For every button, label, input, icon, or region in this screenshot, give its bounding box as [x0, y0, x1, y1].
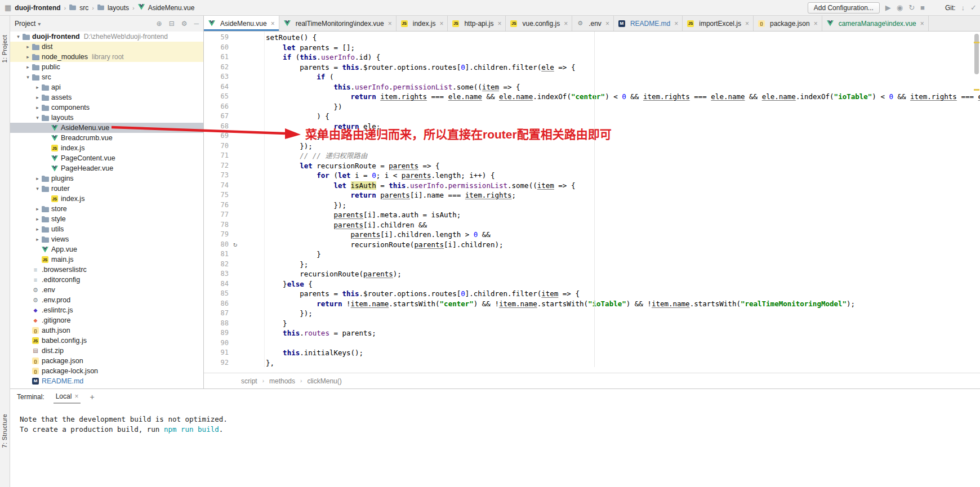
- chevron-down-icon[interactable]: ▾: [34, 186, 41, 191]
- gutter[interactable]: 85: [204, 289, 266, 299]
- chevron-right-icon[interactable]: ▸: [34, 206, 41, 212]
- stop-icon[interactable]: ■: [920, 3, 925, 12]
- gutter[interactable]: 79: [204, 230, 266, 240]
- editor-tab-AsideMenu.vue[interactable]: AsideMenu.vue×: [204, 16, 279, 31]
- breadcrumb-layouts[interactable]: layouts: [108, 4, 129, 12]
- gutter[interactable]: 81: [204, 249, 266, 260]
- tree-item-App.vue[interactable]: App.vue: [10, 244, 203, 254]
- tree-item-index.js[interactable]: JSindex.js: [10, 143, 203, 153]
- tree-item-README.md[interactable]: MREADME.md: [10, 376, 203, 386]
- gutter[interactable]: 67: [204, 111, 266, 122]
- editor-tab-.env[interactable]: ⚙.env×: [572, 16, 614, 31]
- tree-item-store[interactable]: ▸store: [10, 204, 203, 214]
- editor-tab-vue.config.js[interactable]: JSvue.config.js×: [506, 16, 572, 31]
- new-terminal-icon[interactable]: +: [90, 392, 94, 401]
- gutter[interactable]: 88: [204, 319, 266, 329]
- chevron-right-icon[interactable]: ▸: [34, 176, 41, 181]
- warning-stripe-mark[interactable]: [974, 89, 979, 91]
- tree-item-PageHeader.vue[interactable]: PageHeader.vue: [10, 163, 203, 173]
- close-tab-icon[interactable]: ×: [920, 20, 924, 28]
- gutter[interactable]: 92: [204, 358, 266, 368]
- gutter[interactable]: 89: [204, 328, 266, 338]
- git-commit-icon[interactable]: ✓: [970, 3, 977, 12]
- tree-item-layouts[interactable]: ▾layouts: [10, 113, 203, 123]
- gutter[interactable]: 77: [204, 210, 266, 220]
- editor-tab-importExcel.js[interactable]: JSimportExcel.js×: [683, 16, 754, 31]
- editor-tab-http-api.js[interactable]: JShttp-api.js×: [448, 16, 506, 31]
- tree-item-package.json[interactable]: {}package.json: [10, 356, 203, 366]
- code-editor[interactable]: 59setRoute() {60 let parents = [];61 if …: [204, 32, 980, 367]
- breadcrumb-src[interactable]: src: [79, 4, 88, 12]
- editor-tab-package.json[interactable]: {}package.json×: [754, 16, 822, 31]
- tree-item-PageContent.vue[interactable]: PageContent.vue: [10, 153, 203, 163]
- gutter[interactable]: 62: [204, 62, 266, 73]
- collapse-all-icon[interactable]: ⊟: [169, 20, 175, 28]
- gutter[interactable]: 70: [204, 141, 266, 151]
- chevron-right-icon[interactable]: ▸: [24, 44, 32, 50]
- gutter[interactable]: 63: [204, 72, 266, 82]
- chevron-down-icon[interactable]: ▾: [38, 21, 41, 27]
- breadcrumb-file[interactable]: AsideMenu.vue: [148, 4, 195, 12]
- gutter[interactable]: 91: [204, 348, 266, 358]
- tree-item-dist[interactable]: ▸dist: [10, 42, 203, 52]
- chevron-right-icon[interactable]: ▸: [24, 54, 32, 60]
- gutter[interactable]: 68: [204, 122, 266, 132]
- tree-item-node_modules[interactable]: ▸node_moduleslibrary root: [10, 52, 203, 62]
- gutter[interactable]: 83: [204, 269, 266, 279]
- git-update-icon[interactable]: ↓: [961, 3, 965, 12]
- close-tab-icon[interactable]: ×: [388, 20, 392, 28]
- gutter[interactable]: 86: [204, 299, 266, 309]
- debug-bug-icon[interactable]: ◉: [897, 3, 903, 12]
- gutter[interactable]: 73: [204, 171, 266, 181]
- gutter[interactable]: 76: [204, 200, 266, 211]
- tree-item-auth.json[interactable]: {}auth.json: [10, 325, 203, 336]
- tree-item-Breadcrumb.vue[interactable]: Breadcrumb.vue: [10, 133, 203, 143]
- gutter[interactable]: 84: [204, 279, 266, 289]
- chevron-down-icon[interactable]: ▾: [34, 115, 41, 120]
- stripe-structure-button[interactable]: 7: Structure: [1, 414, 8, 448]
- tree-item-.gitignore[interactable]: ◆.gitignore: [10, 315, 203, 325]
- chevron-down-icon[interactable]: ▾: [24, 74, 32, 80]
- window-menu-icon[interactable]: ▦: [5, 3, 11, 12]
- close-tab-icon[interactable]: ×: [745, 20, 749, 28]
- tree-item-components[interactable]: ▸components: [10, 102, 203, 113]
- tree-item-plugins[interactable]: ▸plugins: [10, 173, 203, 184]
- tree-item-router[interactable]: ▾router: [10, 184, 203, 194]
- chevron-down-icon[interactable]: ▾: [15, 34, 22, 39]
- tree-item-main.js[interactable]: JSmain.js: [10, 254, 203, 265]
- gutter[interactable]: 65: [204, 92, 266, 102]
- tree-item-.browserslistrc[interactable]: ≡.browserslistrc: [10, 265, 203, 275]
- gutter[interactable]: 78: [204, 220, 266, 230]
- stripe-project-button[interactable]: 1: Project: [1, 35, 8, 62]
- gutter[interactable]: 72: [204, 161, 266, 171]
- locate-file-icon[interactable]: ⊕: [157, 20, 162, 28]
- chevron-right-icon[interactable]: ▸: [24, 64, 32, 70]
- project-panel-title[interactable]: Project: [15, 20, 35, 28]
- editor-tab-realTimeMonitoring\index.vue[interactable]: realTimeMonitoring\index.vue×: [279, 16, 397, 31]
- run-icon[interactable]: ▶: [885, 3, 891, 12]
- chevron-right-icon[interactable]: ▸: [34, 84, 41, 90]
- breadcrumb-methods[interactable]: methods: [269, 377, 295, 385]
- gutter[interactable]: 74: [204, 181, 266, 191]
- gutter[interactable]: 71: [204, 151, 266, 161]
- tree-item-babel.config.js[interactable]: JSbabel.config.js: [10, 336, 203, 346]
- tree-item-.editorconfig[interactable]: ≡.editorconfig: [10, 275, 203, 285]
- gutter[interactable]: 69: [204, 131, 266, 141]
- close-tab-icon[interactable]: ×: [605, 20, 609, 28]
- chevron-right-icon[interactable]: ▸: [34, 236, 41, 242]
- warning-stripe-mark[interactable]: [974, 42, 979, 43]
- close-tab-icon[interactable]: ×: [674, 20, 678, 28]
- editor-tab-README.md[interactable]: MREADME.md×: [614, 16, 683, 31]
- chevron-right-icon[interactable]: ▸: [34, 105, 41, 110]
- tree-item-.env[interactable]: ⚙.env: [10, 285, 203, 295]
- hide-panel-icon[interactable]: ─: [194, 20, 199, 28]
- vertical-scrollbar[interactable]: [974, 34, 979, 74]
- tree-item-views[interactable]: ▸views: [10, 234, 203, 244]
- rerun-icon[interactable]: ↻: [908, 3, 915, 12]
- tree-item-dist.zip[interactable]: ▤dist.zip: [10, 346, 203, 356]
- gutter[interactable]: 66: [204, 102, 266, 112]
- settings-gear-icon[interactable]: ⚙: [181, 20, 188, 28]
- close-tab-icon[interactable]: ×: [814, 20, 818, 28]
- tree-item-duoji-frontend[interactable]: ▾duoji-frontendD:\zheheWeb\duoji-fronten…: [10, 32, 203, 42]
- close-tab-icon[interactable]: ×: [271, 20, 275, 28]
